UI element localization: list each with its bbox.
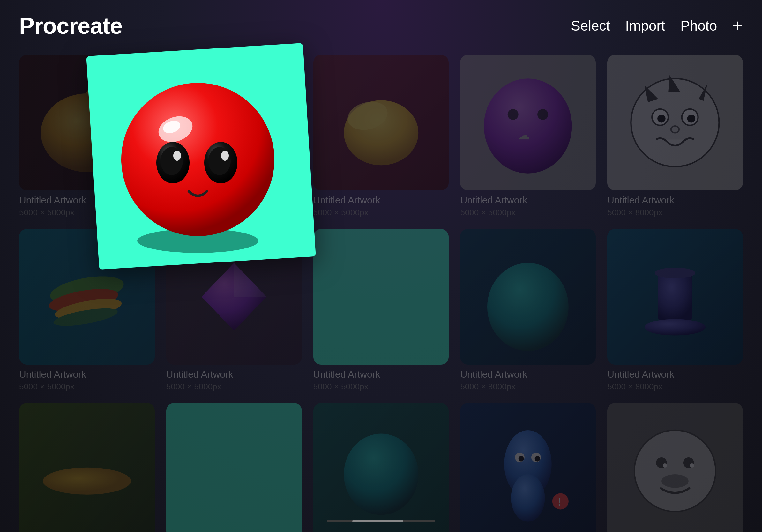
svg-point-49 [161, 147, 183, 175]
artwork-size: 5000 × 5000px [313, 208, 449, 218]
svg-point-24 [487, 263, 569, 351]
featured-artwork[interactable] [89, 49, 313, 270]
artwork-thumbnail [313, 229, 449, 365]
artwork-size: 5000 × 8000px [607, 382, 743, 392]
scrollbar[interactable] [327, 520, 435, 522]
artwork-item[interactable]: Untitled Artwork 5000 × 5000px [313, 55, 449, 218]
artwork-title: Untitled Artwork [460, 369, 596, 380]
artwork-title: Untitled Artwork [460, 195, 596, 206]
artwork-size: 5000 × 8000px [607, 208, 743, 218]
header-actions: Select Import Photo + [571, 17, 743, 35]
artwork-item[interactable]: Untitled Artwork 5000 × 8000px [607, 55, 743, 218]
svg-point-45 [121, 83, 274, 236]
artwork-thumbnail: ☁ [460, 55, 596, 190]
svg-point-27 [655, 268, 695, 279]
artwork-size: 5000 × 5000px [460, 208, 596, 218]
app-title: Procreate [19, 13, 122, 39]
artwork-title: Untitled Artwork [607, 195, 743, 206]
svg-point-8 [484, 79, 572, 173]
app-header: Procreate Select Import Photo + [0, 0, 762, 48]
artwork-thumbnail [19, 403, 155, 532]
artwork-size: 5000 × 8000px [460, 382, 596, 392]
svg-point-52 [208, 147, 231, 175]
artwork-title: Untitled Artwork [313, 369, 449, 380]
artwork-item[interactable]: Untitled Artwork 5000 × 8000px [607, 229, 743, 392]
artwork-thumbnail [607, 229, 743, 365]
svg-point-41 [661, 474, 689, 488]
artwork-size: 5000 × 5000px [166, 382, 302, 392]
svg-point-43 [690, 463, 694, 468]
svg-point-29 [344, 433, 418, 515]
add-button[interactable]: + [732, 17, 743, 35]
svg-point-38 [634, 430, 716, 511]
artwork-thumbnail [313, 403, 449, 532]
svg-point-42 [663, 463, 667, 468]
artwork-item[interactable]: Untitled Artwork 5000 × 8000px [460, 229, 596, 392]
import-button[interactable]: Import [625, 18, 665, 34]
featured-content [89, 56, 306, 270]
svg-rect-25 [658, 273, 692, 320]
artwork-size: 5000 × 5000px [19, 382, 155, 392]
artwork-title: Untitled Artwork [19, 369, 155, 380]
svg-point-15 [657, 114, 665, 122]
select-button[interactable]: Select [571, 18, 610, 34]
artwork-title: Untitled Artwork [313, 195, 449, 206]
svg-point-34 [518, 456, 524, 461]
photo-button[interactable]: Photo [680, 18, 717, 34]
artwork-thumbnail [166, 403, 302, 532]
svg-text:!: ! [558, 495, 561, 507]
artwork-thumbnail [607, 403, 743, 532]
svg-point-10 [538, 109, 549, 120]
artwork-item[interactable]: Untitled Artwork 2500 × 2500px [166, 403, 302, 532]
scrollbar-thumb[interactable] [352, 520, 403, 522]
artwork-thumbnail [313, 55, 449, 190]
artwork-item[interactable]: Untitled Artwork 2500 × 1800px [313, 403, 449, 532]
artwork-title: Untitled Artwork [166, 369, 302, 380]
svg-point-31 [511, 474, 545, 522]
artwork-size: 5000 × 5000px [313, 382, 449, 392]
svg-point-26 [645, 319, 706, 335]
artwork-thumbnail [460, 229, 596, 365]
featured-svg [105, 67, 290, 258]
artwork-title: Untitled Artwork [607, 369, 743, 380]
svg-point-28 [43, 467, 131, 495]
artwork-item[interactable]: Untitled Artwork 2048 × 2048px [19, 403, 155, 532]
svg-point-9 [508, 109, 518, 120]
svg-point-35 [535, 456, 540, 461]
artwork-item[interactable]: ☁ Untitled Artwork 5000 × 5000px [460, 55, 596, 218]
svg-point-53 [221, 151, 229, 161]
artwork-item[interactable]: Untitled Artwork 5400 × 4000px [607, 403, 743, 532]
svg-text:☁: ☁ [518, 128, 530, 142]
artwork-thumbnail [607, 55, 743, 190]
artwork-item[interactable]: ! Untitled Artwork 2500 × 2500px [460, 403, 596, 532]
artwork-thumbnail: ! [460, 403, 596, 532]
artwork-item[interactable]: Untitled Artwork 5000 × 5000px [313, 229, 449, 392]
svg-point-16 [687, 114, 695, 122]
svg-point-50 [173, 151, 181, 161]
